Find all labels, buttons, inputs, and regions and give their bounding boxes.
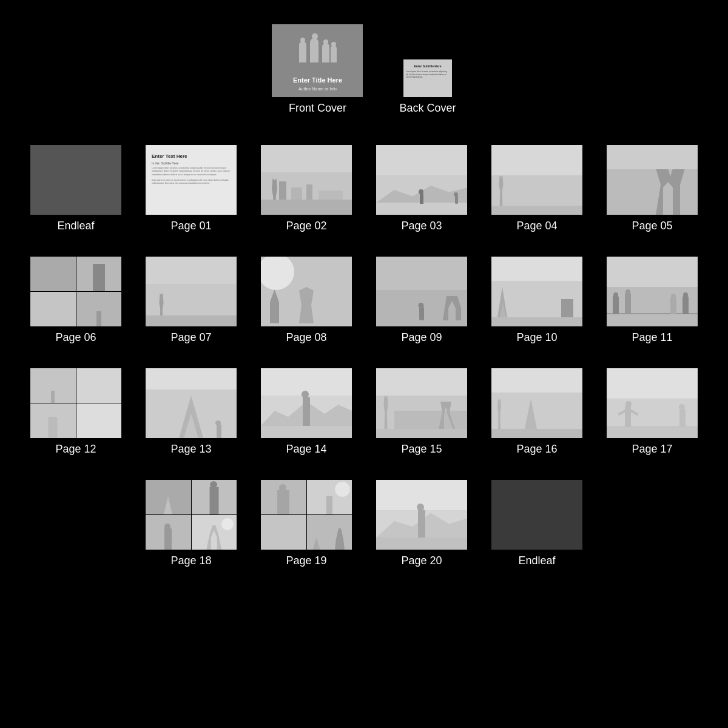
page-14-label: Page 14: [286, 443, 326, 456]
row-2: Endleaf Enter Text Here In the: Subtitle…: [30, 145, 698, 232]
page-15-item[interactable]: Page 15: [376, 368, 467, 456]
page-03-label: Page 03: [401, 220, 442, 232]
page-17-thumb[interactable]: [607, 368, 698, 438]
page-11-item[interactable]: Page 11: [607, 257, 698, 344]
page-18-item[interactable]: Page 18: [146, 480, 237, 567]
page-02-label: Page 02: [286, 220, 326, 232]
page-02-thumb[interactable]: [261, 145, 352, 215]
page-18-label: Page 18: [170, 554, 211, 567]
page-13-label: Page 13: [170, 443, 211, 456]
front-cover-label: Front Cover: [289, 102, 346, 115]
page-05-item[interactable]: Page 05: [607, 145, 698, 232]
page-08-item[interactable]: Page 08: [261, 257, 352, 344]
page-07-thumb[interactable]: [146, 257, 237, 326]
page-17-item[interactable]: Page 17: [607, 368, 698, 456]
page-02-item[interactable]: Page 02: [261, 145, 352, 232]
endleaf-start-item[interactable]: Endleaf: [30, 145, 121, 232]
page-18-thumb[interactable]: [146, 480, 237, 550]
page-08-label: Page 08: [286, 331, 326, 344]
page-05-thumb[interactable]: [607, 145, 698, 215]
front-cover-subtitle: Author Name or Info: [272, 87, 363, 91]
endleaf-end-item[interactable]: Endleaf: [491, 480, 582, 567]
page-10-item[interactable]: Page 10: [491, 257, 582, 344]
page-11-label: Page 11: [632, 331, 672, 344]
page-04-thumb[interactable]: [491, 145, 582, 215]
page-16-item[interactable]: Page 16: [491, 368, 582, 456]
page-13-item[interactable]: Page 13: [146, 368, 237, 456]
front-cover-item[interactable]: Enter Title Here Author Name or Info Fro…: [272, 24, 363, 115]
endleaf-end-label: Endleaf: [518, 554, 555, 567]
page-10-thumb[interactable]: [491, 257, 582, 326]
page-06-thumb[interactable]: [30, 257, 121, 326]
page-07-item[interactable]: Page 07: [146, 257, 237, 344]
page-05-label: Page 05: [632, 220, 672, 232]
page-10-label: Page 10: [516, 331, 557, 344]
page-11-thumb[interactable]: [607, 257, 698, 326]
endleaf-end-thumb[interactable]: [491, 480, 582, 550]
page-09-item[interactable]: Page 09: [376, 257, 467, 344]
page-19-item[interactable]: Page 19: [261, 480, 352, 567]
main-layout: Enter Title Here Author Name or Info Fro…: [12, 24, 716, 567]
endleaf-label: Endleaf: [57, 220, 94, 232]
front-cover-title: Enter Title Here: [272, 76, 363, 84]
page-01-label: Page 01: [170, 220, 211, 232]
front-cover-thumb[interactable]: Enter Title Here Author Name or Info: [272, 24, 363, 97]
page-17-label: Page 17: [632, 443, 672, 456]
page-07-label: Page 07: [170, 331, 211, 344]
page-04-item[interactable]: Page 04: [491, 145, 582, 232]
page-01-item[interactable]: Enter Text Here In the: Subtitle Here Lo…: [146, 145, 237, 232]
back-cover-title: Enter Subtitle Here: [406, 64, 450, 68]
page-04-label: Page 04: [516, 220, 557, 232]
back-cover-text: Lorem ipsum dolor sit amet, consectetur …: [406, 70, 450, 79]
page-01-thumb[interactable]: Enter Text Here In the: Subtitle Here Lo…: [146, 145, 237, 215]
endleaf-dark-thumb[interactable]: [30, 145, 121, 215]
page-12-item[interactable]: Page 12: [30, 368, 121, 456]
page-06-label: Page 06: [55, 331, 96, 344]
page-03-thumb[interactable]: [376, 145, 467, 215]
page-19-label: Page 19: [286, 554, 326, 567]
page-14-item[interactable]: Page 14: [261, 368, 352, 456]
back-cover-label: Back Cover: [399, 102, 456, 115]
page-12-thumb[interactable]: [30, 368, 121, 438]
page-15-label: Page 15: [401, 443, 442, 456]
page-20-label: Page 20: [401, 554, 442, 567]
page-16-thumb[interactable]: [491, 368, 582, 438]
page-14-thumb[interactable]: [261, 368, 352, 438]
row-3: Page 06 Page 07 Page: [30, 257, 698, 344]
page-15-thumb[interactable]: [376, 368, 467, 438]
page-19-thumb[interactable]: [261, 480, 352, 550]
page-12-label: Page 12: [55, 443, 96, 456]
page-09-thumb[interactable]: [376, 257, 467, 326]
page-16-label: Page 16: [516, 443, 557, 456]
page-08-thumb[interactable]: [261, 257, 352, 326]
back-cover-item[interactable]: Enter Subtitle Here Lorem ipsum dolor si…: [399, 59, 456, 115]
endleaf-spread: [30, 145, 121, 215]
page-06-item[interactable]: Page 06: [30, 257, 121, 344]
row-4: Page 12 Page 13: [30, 368, 698, 456]
covers-row: Enter Title Here Author Name or Info Fro…: [272, 24, 456, 121]
page-03-item[interactable]: Page 03: [376, 145, 467, 232]
row-5: Page 18: [146, 480, 582, 567]
back-cover-thumb[interactable]: Enter Subtitle Here Lorem ipsum dolor si…: [403, 59, 452, 97]
page-13-thumb[interactable]: [146, 368, 237, 438]
page-20-item[interactable]: Page 20: [376, 480, 467, 567]
page-09-label: Page 09: [401, 331, 442, 344]
page-20-thumb[interactable]: [376, 480, 467, 550]
